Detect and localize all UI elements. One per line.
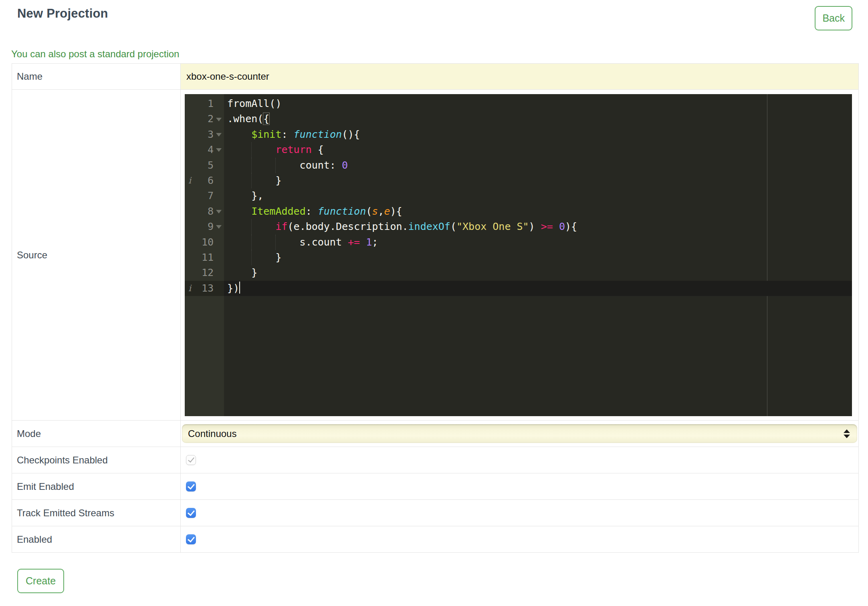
back-button[interactable]: Back: [815, 6, 852, 30]
line-number: 5: [208, 158, 214, 173]
code-line: 8 ItemAdded: function(s,e){: [185, 204, 852, 219]
name-row: Name: [12, 64, 859, 90]
line-number: 1: [208, 96, 214, 111]
line-number: 2: [208, 111, 214, 127]
toggle-label: Emit Enabled: [12, 473, 181, 500]
mode-selected-value: Continuous: [188, 428, 236, 439]
checkbox-checkpoints-enabled: [186, 455, 196, 465]
source-label: Source: [12, 90, 181, 421]
fold-arrow-icon[interactable]: [216, 133, 222, 137]
code-line: i13}): [185, 281, 852, 296]
code-line: 2.when({: [185, 111, 852, 127]
fold-arrow-icon[interactable]: [216, 118, 222, 121]
toggle-row: Emit Enabled: [12, 473, 859, 500]
standard-projection-link[interactable]: You can also post a standard projection: [11, 49, 868, 59]
line-number: 3: [208, 127, 214, 142]
create-button[interactable]: Create: [17, 569, 64, 593]
annotation-info-icon: i: [188, 173, 191, 188]
line-number: 13: [202, 281, 214, 296]
text-cursor: [239, 282, 240, 294]
checkbox-track-emitted-streams[interactable]: [186, 508, 196, 518]
line-number: 6: [208, 173, 214, 188]
line-number: 9: [208, 219, 214, 234]
toggle-row: Checkpoints Enabled: [12, 447, 859, 473]
toggle-row: Enabled: [12, 526, 859, 553]
code-line: 12 }: [185, 265, 852, 280]
code-line: 5 count: 0: [185, 158, 852, 173]
code-line: 4 return {: [185, 142, 852, 157]
toggle-label: Checkpoints Enabled: [12, 447, 181, 473]
mode-label: Mode: [12, 421, 181, 447]
source-row: Source 1fromAll()2.when({3 $init: functi…: [12, 90, 859, 421]
source-code-editor[interactable]: 1fromAll()2.when({3 $init: function(){4 …: [185, 94, 852, 416]
line-number: 7: [208, 188, 214, 203]
annotation-info-icon: i: [188, 281, 191, 296]
line-number: 8: [208, 204, 214, 219]
select-arrows-icon: [844, 429, 850, 438]
line-number: 10: [202, 235, 214, 250]
code-line: 1fromAll(): [185, 96, 852, 111]
projection-form: Name Source 1fromAll()2.when({3 $init: f…: [12, 63, 859, 553]
line-number: 4: [208, 142, 214, 157]
fold-arrow-icon[interactable]: [216, 210, 222, 213]
name-input[interactable]: [181, 64, 858, 89]
mode-row: Mode Continuous: [12, 421, 859, 447]
toggle-label: Track Emitted Streams: [12, 500, 181, 526]
checkbox-enabled[interactable]: [186, 534, 196, 544]
page-title: New Projection: [17, 6, 108, 21]
code-line: i6 }: [185, 173, 852, 188]
code-line: 9 if(e.body.Description.indexOf("Xbox On…: [185, 219, 852, 234]
mode-select[interactable]: Continuous: [182, 424, 857, 443]
toggle-label: Enabled: [12, 526, 181, 553]
code-line: 11 }: [185, 250, 852, 265]
line-number: 11: [202, 250, 214, 265]
code-line: 10 s.count += 1;: [185, 235, 852, 250]
code-line: 7 },: [185, 188, 852, 203]
fold-arrow-icon[interactable]: [216, 148, 222, 152]
checkbox-emit-enabled[interactable]: [186, 481, 196, 491]
fold-arrow-icon[interactable]: [216, 225, 222, 229]
name-label: Name: [12, 64, 181, 90]
line-number: 12: [202, 265, 214, 280]
page-header: New Projection Back: [0, 0, 868, 30]
code-line: 3 $init: function(){: [185, 127, 852, 142]
toggle-row: Track Emitted Streams: [12, 500, 859, 526]
